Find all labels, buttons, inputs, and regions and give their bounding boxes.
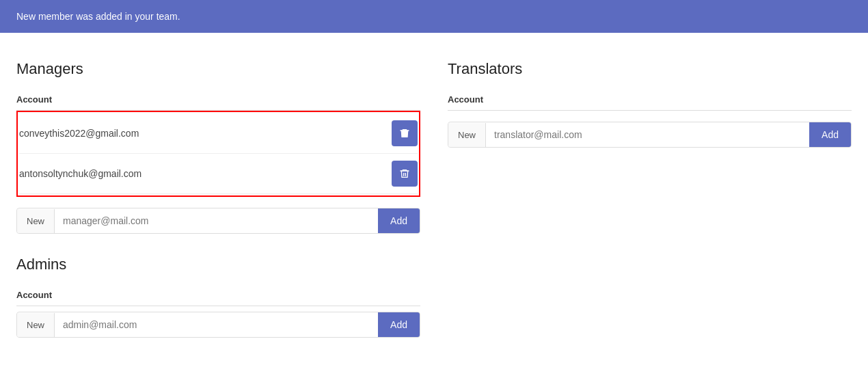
manager-email-1: conveythis2022@gmail.com	[19, 128, 383, 139]
left-column: Managers Account conveythis2022@gmail.co…	[16, 60, 420, 338]
translator-new-label: New	[448, 123, 486, 147]
notification-bar: New member was added in your team.	[0, 0, 868, 33]
translators-title: Translators	[448, 60, 852, 78]
add-admin-button[interactable]: Add	[378, 312, 420, 337]
admin-new-label: New	[17, 313, 55, 337]
admins-title: Admins	[16, 256, 420, 273]
delete-col-1	[383, 120, 418, 146]
delete-manager-2-button[interactable]	[392, 161, 418, 187]
admins-section: Admins Account New Add	[16, 256, 420, 338]
notification-text: New member was added in your team.	[16, 11, 180, 22]
add-admin-row: New Add	[16, 312, 420, 338]
add-translator-row: New Add	[448, 122, 852, 148]
manager-email-2: antonsoltynchuk@gmail.com	[19, 168, 383, 179]
manager-new-label: New	[17, 209, 55, 233]
managers-account-header: Account	[16, 94, 420, 105]
admins-account-header: Account	[16, 290, 420, 300]
managers-section: Managers Account conveythis2022@gmail.co…	[16, 60, 420, 234]
translator-email-input[interactable]	[486, 122, 809, 147]
translators-section: Translators Account New Add	[448, 60, 852, 148]
trash-icon	[399, 128, 410, 139]
right-column: Translators Account New Add	[448, 60, 852, 338]
admins-table-header: Account	[16, 284, 420, 306]
manager-email-input[interactable]	[55, 208, 378, 233]
admin-email-input[interactable]	[55, 312, 378, 337]
managers-table-header: Account	[16, 89, 420, 111]
add-translator-button[interactable]: Add	[809, 122, 851, 147]
table-row: conveythis2022@gmail.com	[19, 113, 418, 154]
managers-title: Managers	[16, 60, 420, 78]
table-row: antonsoltynchuk@gmail.com	[19, 154, 418, 194]
managers-highlighted-group: conveythis2022@gmail.com	[16, 111, 420, 197]
delete-col-2	[383, 161, 418, 187]
main-content: Managers Account conveythis2022@gmail.co…	[0, 33, 868, 365]
trash-icon	[399, 168, 410, 179]
add-manager-button[interactable]: Add	[378, 208, 420, 233]
add-manager-row: New Add	[16, 208, 420, 234]
translators-account-header: Account	[448, 94, 852, 105]
translators-table-header: Account	[448, 89, 852, 111]
delete-manager-1-button[interactable]	[392, 120, 418, 146]
